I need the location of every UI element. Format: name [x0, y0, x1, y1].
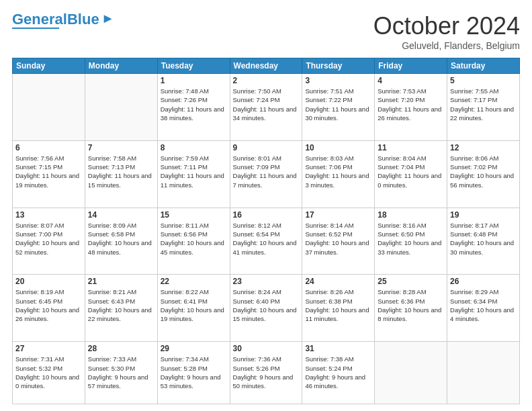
calendar-cell: 13Sunrise: 8:07 AMSunset: 7:00 PMDayligh…	[13, 208, 85, 275]
day-info: Sunrise: 8:26 AMSunset: 6:38 PMDaylight:…	[305, 287, 371, 323]
calendar-cell	[85, 74, 157, 141]
day-info: Sunrise: 8:28 AMSunset: 6:36 PMDaylight:…	[378, 287, 444, 323]
header-monday: Monday	[85, 58, 157, 74]
calendar-cell: 25Sunrise: 8:28 AMSunset: 6:36 PMDayligh…	[375, 275, 447, 342]
calendar-cell: 27Sunrise: 7:31 AMSunset: 5:32 PMDayligh…	[13, 342, 85, 404]
header-saturday: Saturday	[447, 58, 520, 74]
day-info: Sunrise: 8:16 AMSunset: 6:50 PMDaylight:…	[378, 221, 444, 257]
day-number: 23	[233, 277, 300, 286]
day-number: 21	[88, 277, 154, 286]
day-info: Sunrise: 7:31 AMSunset: 5:32 PMDaylight:…	[15, 355, 82, 390]
week-row-5: 27Sunrise: 7:31 AMSunset: 5:32 PMDayligh…	[13, 342, 520, 404]
day-number: 2	[233, 76, 300, 85]
location-subtitle: Geluveld, Flanders, Belgium	[373, 40, 520, 51]
day-number: 26	[450, 277, 517, 286]
day-info: Sunrise: 7:59 AMSunset: 7:11 PMDaylight:…	[161, 154, 227, 189]
calendar-cell: 29Sunrise: 7:34 AMSunset: 5:28 PMDayligh…	[157, 342, 230, 404]
calendar-cell	[375, 342, 447, 404]
day-info: Sunrise: 8:06 AMSunset: 7:02 PMDaylight:…	[450, 154, 517, 189]
day-info: Sunrise: 8:29 AMSunset: 6:34 PMDaylight:…	[450, 287, 517, 323]
day-number: 11	[378, 143, 444, 152]
day-number: 17	[305, 210, 371, 220]
calendar-cell: 28Sunrise: 7:33 AMSunset: 5:30 PMDayligh…	[85, 342, 157, 404]
calendar-cell: 31Sunrise: 7:38 AMSunset: 5:24 PMDayligh…	[302, 342, 375, 404]
calendar-cell: 8Sunrise: 7:59 AMSunset: 7:11 PMDaylight…	[157, 140, 230, 208]
week-row-2: 6Sunrise: 7:56 AMSunset: 7:15 PMDaylight…	[13, 140, 520, 208]
day-number: 13	[15, 210, 82, 220]
day-info: Sunrise: 7:53 AMSunset: 7:20 PMDaylight:…	[378, 87, 444, 122]
week-row-1: 1Sunrise: 7:48 AMSunset: 7:26 PMDaylight…	[13, 74, 520, 141]
calendar-cell: 5Sunrise: 7:55 AMSunset: 7:17 PMDaylight…	[447, 74, 520, 141]
day-info: Sunrise: 7:58 AMSunset: 7:13 PMDaylight:…	[88, 154, 154, 189]
calendar-cell: 20Sunrise: 8:19 AMSunset: 6:45 PMDayligh…	[13, 275, 85, 342]
day-number: 31	[305, 344, 371, 353]
day-info: Sunrise: 7:36 AMSunset: 5:26 PMDaylight:…	[233, 355, 300, 390]
title-block: October 2024 Geluveld, Flanders, Belgium	[373, 12, 520, 51]
calendar-cell: 19Sunrise: 8:17 AMSunset: 6:48 PMDayligh…	[447, 208, 520, 275]
day-number: 5	[450, 76, 517, 85]
day-info: Sunrise: 8:14 AMSunset: 6:52 PMDaylight:…	[305, 221, 371, 257]
day-number: 9	[233, 143, 300, 152]
day-info: Sunrise: 7:33 AMSunset: 5:30 PMDaylight:…	[88, 355, 154, 390]
week-row-4: 20Sunrise: 8:19 AMSunset: 6:45 PMDayligh…	[13, 275, 520, 342]
header-friday: Friday	[375, 58, 447, 74]
day-number: 3	[305, 76, 371, 85]
day-info: Sunrise: 8:22 AMSunset: 6:41 PMDaylight:…	[161, 287, 227, 323]
calendar-cell: 30Sunrise: 7:36 AMSunset: 5:26 PMDayligh…	[230, 342, 302, 404]
day-number: 27	[15, 344, 82, 353]
calendar-cell: 23Sunrise: 8:24 AMSunset: 6:40 PMDayligh…	[230, 275, 302, 342]
day-number: 18	[378, 210, 444, 220]
day-info: Sunrise: 7:51 AMSunset: 7:22 PMDaylight:…	[305, 87, 371, 122]
day-info: Sunrise: 7:34 AMSunset: 5:28 PMDaylight:…	[161, 355, 227, 390]
calendar-cell	[447, 342, 520, 404]
calendar-cell: 24Sunrise: 8:26 AMSunset: 6:38 PMDayligh…	[302, 275, 375, 342]
day-info: Sunrise: 7:48 AMSunset: 7:26 PMDaylight:…	[161, 87, 227, 122]
logo-bird-icon: ►	[101, 11, 115, 26]
calendar-cell: 4Sunrise: 7:53 AMSunset: 7:20 PMDaylight…	[375, 74, 447, 141]
calendar-cell: 1Sunrise: 7:48 AMSunset: 7:26 PMDaylight…	[157, 74, 230, 141]
calendar-cell: 7Sunrise: 7:58 AMSunset: 7:13 PMDaylight…	[85, 140, 157, 208]
day-info: Sunrise: 7:55 AMSunset: 7:17 PMDaylight:…	[450, 87, 517, 122]
logo: GeneralBlue ►	[12, 12, 114, 29]
calendar-cell: 6Sunrise: 7:56 AMSunset: 7:15 PMDaylight…	[13, 140, 85, 208]
day-number: 12	[450, 143, 517, 152]
calendar-cell: 14Sunrise: 8:09 AMSunset: 6:58 PMDayligh…	[85, 208, 157, 275]
day-info: Sunrise: 8:17 AMSunset: 6:48 PMDaylight:…	[450, 221, 517, 257]
day-number: 29	[161, 344, 227, 353]
day-number: 16	[233, 210, 300, 220]
calendar-cell: 16Sunrise: 8:12 AMSunset: 6:54 PMDayligh…	[230, 208, 302, 275]
day-info: Sunrise: 8:09 AMSunset: 6:58 PMDaylight:…	[88, 221, 154, 257]
day-info: Sunrise: 8:01 AMSunset: 7:09 PMDaylight:…	[233, 154, 300, 189]
header: GeneralBlue ► October 2024 Geluveld, Fla…	[12, 12, 520, 51]
calendar-table: Sunday Monday Tuesday Wednesday Thursday…	[12, 58, 520, 404]
day-info: Sunrise: 8:07 AMSunset: 7:00 PMDaylight:…	[15, 221, 82, 257]
day-number: 19	[450, 210, 517, 220]
logo-text: GeneralBlue	[12, 12, 99, 27]
day-number: 10	[305, 143, 371, 152]
calendar-cell: 12Sunrise: 8:06 AMSunset: 7:02 PMDayligh…	[447, 140, 520, 208]
calendar-cell: 10Sunrise: 8:03 AMSunset: 7:06 PMDayligh…	[302, 140, 375, 208]
calendar-cell: 26Sunrise: 8:29 AMSunset: 6:34 PMDayligh…	[447, 275, 520, 342]
calendar-cell: 21Sunrise: 8:21 AMSunset: 6:43 PMDayligh…	[85, 275, 157, 342]
logo-blue: Blue	[67, 11, 99, 28]
day-info: Sunrise: 8:04 AMSunset: 7:04 PMDaylight:…	[378, 154, 444, 189]
calendar-cell	[13, 74, 85, 141]
day-number: 15	[161, 210, 227, 220]
calendar-header-row: Sunday Monday Tuesday Wednesday Thursday…	[13, 58, 520, 74]
week-row-3: 13Sunrise: 8:07 AMSunset: 7:00 PMDayligh…	[13, 208, 520, 275]
calendar-cell: 22Sunrise: 8:22 AMSunset: 6:41 PMDayligh…	[157, 275, 230, 342]
header-tuesday: Tuesday	[157, 58, 230, 74]
day-info: Sunrise: 8:11 AMSunset: 6:56 PMDaylight:…	[161, 221, 227, 257]
day-number: 6	[15, 143, 82, 152]
header-sunday: Sunday	[13, 58, 85, 74]
day-number: 22	[161, 277, 227, 286]
calendar-cell: 9Sunrise: 8:01 AMSunset: 7:09 PMDaylight…	[230, 140, 302, 208]
calendar-cell: 15Sunrise: 8:11 AMSunset: 6:56 PMDayligh…	[157, 208, 230, 275]
logo-general: General	[12, 11, 67, 28]
day-info: Sunrise: 7:50 AMSunset: 7:24 PMDaylight:…	[233, 87, 300, 122]
header-thursday: Thursday	[302, 58, 375, 74]
day-number: 28	[88, 344, 154, 353]
day-number: 4	[378, 76, 444, 85]
calendar-cell: 3Sunrise: 7:51 AMSunset: 7:22 PMDaylight…	[302, 74, 375, 141]
day-number: 25	[378, 277, 444, 286]
